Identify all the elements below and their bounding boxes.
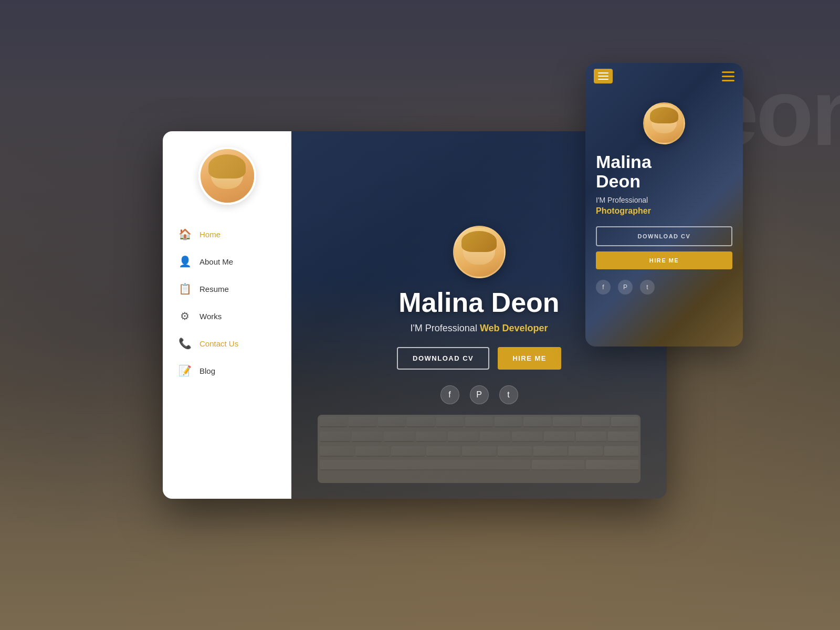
home-icon: 🏠 bbox=[178, 228, 191, 240]
hamburger-line-1 bbox=[598, 72, 608, 74]
hero-subtitle-prefix: I'M Professional bbox=[410, 323, 480, 333]
mobile-subtitle: I'M Professional bbox=[596, 196, 732, 204]
avatar-face bbox=[201, 149, 254, 203]
nav-label-works: Works bbox=[200, 312, 222, 321]
contact-icon: 📞 bbox=[178, 337, 191, 350]
mobile-hero-bg: Malina Deon I'M Professional Photographe… bbox=[585, 63, 743, 346]
menu-line-1 bbox=[722, 71, 734, 73]
hamburger-line-3 bbox=[598, 79, 608, 80]
menu-line-2 bbox=[722, 76, 734, 77]
hero-name: Malina Deon bbox=[397, 288, 561, 318]
mobile-card: Malina Deon I'M Professional Photographe… bbox=[585, 63, 743, 346]
mobile-avatar-face bbox=[645, 104, 684, 143]
mobile-subtitle-highlight: Photographer bbox=[596, 206, 732, 216]
facebook-icon[interactable]: f bbox=[440, 385, 459, 404]
mobile-name-line1: Malina bbox=[596, 152, 652, 172]
hero-content: Malina Deon I'M Professional Web Develop… bbox=[397, 288, 561, 404]
hero-buttons: DOWNLOAD CV HIRE ME bbox=[397, 347, 561, 370]
blog-icon: 📝 bbox=[178, 364, 191, 377]
mobile-twitter-icon[interactable]: t bbox=[640, 280, 655, 295]
mobile-social: f P t bbox=[596, 280, 732, 295]
mobile-pinterest-icon[interactable]: P bbox=[618, 280, 633, 295]
mobile-buttons: DOWNLOAD CV HIRE ME bbox=[596, 226, 732, 269]
resume-icon: 📋 bbox=[178, 282, 191, 295]
hero-avatar bbox=[453, 226, 506, 278]
works-icon: ⚙ bbox=[178, 310, 191, 322]
sidebar-item-about[interactable]: 👤 About Me bbox=[163, 248, 291, 275]
mobile-download-cv-button[interactable]: DOWNLOAD CV bbox=[596, 226, 732, 246]
sidebar-item-works[interactable]: ⚙ Works bbox=[163, 302, 291, 330]
mobile-hero-name: Malina Deon bbox=[596, 152, 732, 192]
hero-subtitle-highlight: Web Developer bbox=[480, 323, 548, 333]
sidebar: 🏠 Home 👤 About Me 📋 Resume ⚙ Works 📞 Con… bbox=[163, 131, 291, 499]
mobile-hire-me-button[interactable]: HIRE ME bbox=[596, 251, 732, 269]
nav-label-about: About Me bbox=[200, 257, 233, 266]
hero-social: f P t bbox=[397, 385, 561, 404]
hero-avatar-face bbox=[455, 227, 504, 277]
nav-label-resume: Resume bbox=[200, 285, 229, 293]
about-icon: 👤 bbox=[178, 255, 191, 268]
hamburger-menu-icon[interactable] bbox=[594, 69, 613, 83]
menu-line-3 bbox=[722, 80, 734, 81]
mobile-facebook-icon[interactable]: f bbox=[596, 280, 611, 295]
nav-label-blog: Blog bbox=[200, 366, 215, 375]
twitter-icon[interactable]: t bbox=[499, 385, 518, 404]
hero-subtitle: I'M Professional Web Developer bbox=[397, 323, 561, 334]
sidebar-item-resume[interactable]: 📋 Resume bbox=[163, 275, 291, 302]
pinterest-icon[interactable]: P bbox=[470, 385, 489, 404]
mobile-name-line2: Deon bbox=[596, 171, 640, 191]
mobile-menu-lines[interactable] bbox=[722, 71, 734, 81]
hamburger-line-2 bbox=[598, 76, 608, 77]
sidebar-avatar bbox=[198, 147, 256, 205]
sidebar-item-home[interactable]: 🏠 Home bbox=[163, 220, 291, 248]
download-cv-button[interactable]: DOWNLOAD CV bbox=[397, 347, 489, 370]
mobile-content: Malina Deon I'M Professional Photographe… bbox=[585, 152, 743, 295]
mobile-topbar bbox=[585, 63, 743, 89]
sidebar-item-contact[interactable]: 📞 Contact Us bbox=[163, 330, 291, 357]
hire-me-button[interactable]: HIRE ME bbox=[498, 347, 561, 370]
mobile-avatar bbox=[643, 102, 685, 144]
sidebar-item-blog[interactable]: 📝 Blog bbox=[163, 357, 291, 384]
nav-label-home: Home bbox=[200, 230, 220, 239]
nav-label-contact: Contact Us bbox=[200, 339, 238, 348]
